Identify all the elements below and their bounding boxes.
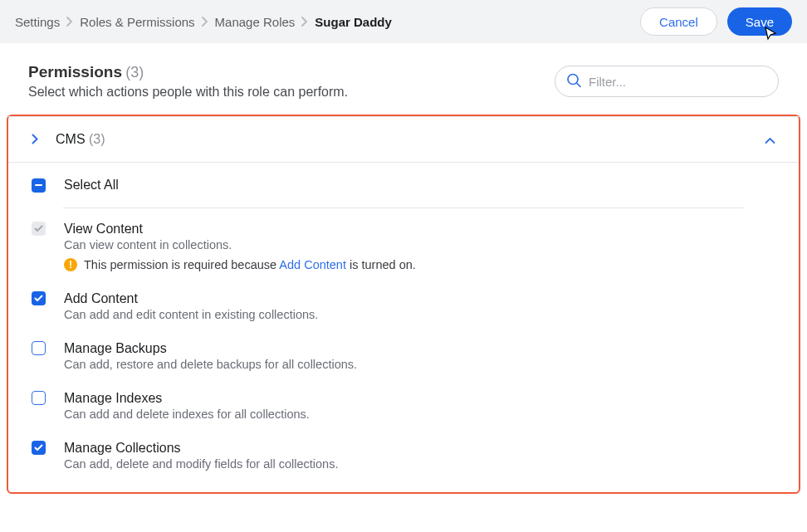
filter-input[interactable]: [555, 66, 779, 97]
cursor-icon: [764, 27, 777, 46]
search-icon: [566, 73, 581, 90]
page-subtitle: Select which actions people with this ro…: [28, 85, 348, 100]
permission-checkbox[interactable]: [32, 341, 46, 355]
permission-desc: Can add, delete and modify fields for al…: [64, 457, 775, 471]
chevron-up-icon: [765, 133, 775, 147]
permission-checkbox[interactable]: [32, 222, 46, 236]
title-left: Permissions (3) Select which actions peo…: [28, 63, 348, 100]
select-all-label: Select All: [64, 178, 119, 193]
breadcrumb: Settings Roles & Permissions Manage Role…: [15, 15, 392, 29]
select-all-checkbox[interactable]: [32, 178, 46, 193]
filter-wrap: [555, 66, 779, 97]
permission-desc: Can add and edit content in existing col…: [64, 308, 775, 321]
page-title-count: (3): [125, 64, 144, 81]
page-header: Settings Roles & Permissions Manage Role…: [0, 0, 807, 43]
permission-body: Manage BackupsCan add, restore and delet…: [64, 341, 775, 371]
chevron-right-icon: [301, 17, 308, 27]
permission-item: Add ContentCan add and edit content in e…: [8, 278, 799, 328]
section-title-count: (3): [89, 132, 105, 146]
permission-body: Add ContentCan add and edit content in e…: [64, 291, 775, 321]
chevron-right-icon: [32, 133, 39, 147]
svg-point-0: [568, 75, 578, 85]
permission-item: Manage BackupsCan add, restore and delet…: [8, 328, 799, 378]
permission-item: Manage CollectionsCan add, delete and mo…: [8, 427, 799, 477]
permission-body: Manage CollectionsCan add, delete and mo…: [64, 441, 775, 471]
permission-desc: Can view content in collections.: [64, 238, 775, 251]
permission-title: View Content: [64, 222, 775, 237]
select-all-row: Select All: [8, 163, 799, 204]
permission-item: Manage IndexesCan add and delete indexes…: [8, 378, 799, 427]
permission-item: View ContentCan view content in collecti…: [8, 208, 799, 278]
permission-title: Manage Collections: [64, 441, 775, 456]
save-button[interactable]: Save: [727, 7, 792, 36]
title-row: Permissions (3) Select which actions peo…: [0, 43, 807, 115]
permission-note-link[interactable]: Add Content: [279, 258, 346, 271]
chevron-right-icon: [202, 17, 208, 27]
permission-note-text: This permission is required because Add …: [84, 258, 416, 271]
warning-icon: !: [64, 258, 77, 271]
permission-desc: Can add, restore and delete backups for …: [64, 358, 775, 371]
permission-checkbox[interactable]: [32, 391, 46, 405]
breadcrumb-roles-permissions[interactable]: Roles & Permissions: [80, 15, 194, 29]
section-title: CMS (3): [56, 132, 105, 147]
cancel-button[interactable]: Cancel: [640, 7, 717, 36]
permission-body: View ContentCan view content in collecti…: [64, 222, 775, 271]
section-header-cms[interactable]: CMS (3): [8, 116, 799, 163]
breadcrumb-current: Sugar Daddy: [315, 15, 392, 29]
permission-note: !This permission is required because Add…: [64, 258, 775, 271]
page-title: Permissions: [28, 63, 122, 81]
breadcrumb-settings[interactable]: Settings: [15, 15, 60, 29]
permission-desc: Can add and delete indexes for all colle…: [64, 408, 775, 421]
permission-list: View ContentCan view content in collecti…: [8, 208, 799, 477]
permission-checkbox[interactable]: [32, 291, 46, 305]
section-title-text: CMS: [56, 132, 86, 146]
permission-body: Manage IndexesCan add and delete indexes…: [64, 391, 775, 421]
permission-title: Manage Backups: [64, 341, 775, 356]
breadcrumb-manage-roles[interactable]: Manage Roles: [215, 15, 296, 29]
permission-title: Add Content: [64, 291, 775, 306]
permissions-panel: CMS (3) Select All View ContentCan view …: [7, 115, 800, 494]
permission-title: Manage Indexes: [64, 391, 775, 406]
chevron-right-icon: [66, 17, 73, 27]
header-actions: Cancel Save: [640, 7, 792, 36]
permission-checkbox[interactable]: [32, 441, 46, 455]
